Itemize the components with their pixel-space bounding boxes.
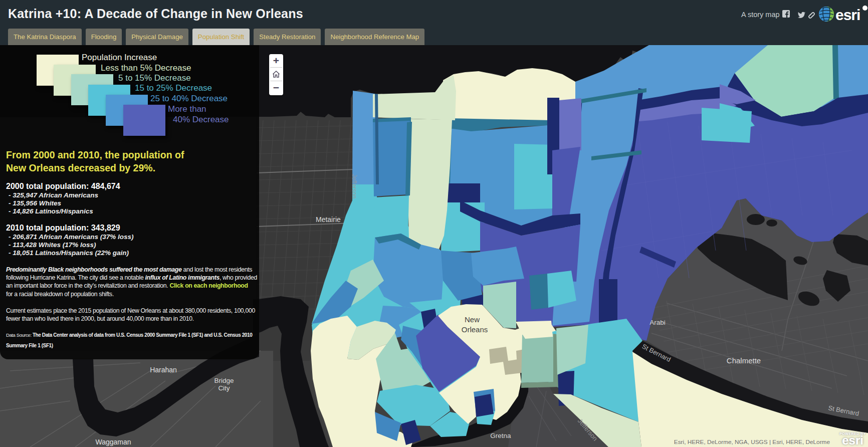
svg-text:Orleans: Orleans (462, 325, 488, 334)
svg-text:Metairie: Metairie (316, 215, 341, 223)
svg-text:Gretna: Gretna (490, 432, 511, 439)
svg-text:Jefferson: Jefferson (351, 174, 358, 198)
svg-text:New: New (465, 315, 480, 324)
svg-text:Waggaman: Waggaman (95, 438, 131, 446)
svg-text:Arabi: Arabi (649, 319, 666, 326)
svg-text:Harahan: Harahan (150, 366, 177, 374)
svg-text:City: City (218, 384, 230, 392)
svg-text:Chalmette: Chalmette (727, 356, 761, 365)
svg-text:esri: esri (835, 7, 860, 23)
svg-text:Bridge: Bridge (214, 377, 234, 384)
